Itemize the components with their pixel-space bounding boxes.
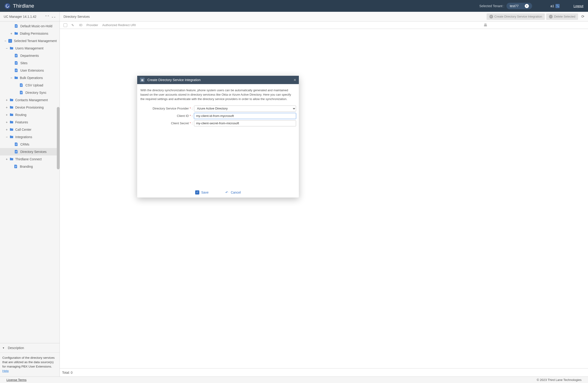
close-icon[interactable]: × [294, 78, 296, 83]
page-icon [20, 91, 23, 94]
description-text: Configuration of the directory services … [2, 356, 55, 368]
tree-toggle-icon[interactable]: − [10, 76, 13, 80]
brand-logo-icon [5, 3, 10, 9]
tree-toggle-icon[interactable]: + [5, 106, 8, 109]
nav-item-directory-sync[interactable]: Directory Sync [0, 89, 60, 96]
folder-icon [14, 32, 18, 35]
nav-label: Dialing Permissions [20, 32, 48, 35]
tree-toggle-icon[interactable]: + [5, 157, 8, 161]
client-secret-label: Client Secret [171, 122, 189, 125]
delete-button-label: Delete Selected [554, 15, 575, 18]
nav-label: Call Center [15, 128, 31, 131]
nav-label: Selected Tenant Management [14, 39, 57, 43]
col-uri[interactable]: Authorized Redirect URI [102, 23, 480, 27]
tree-toggle-icon[interactable]: + [10, 32, 13, 35]
nav-label: Features [15, 120, 28, 124]
tree-toggle-icon[interactable]: − [5, 46, 8, 50]
copyright: © 2023 Third Lane Technologies [537, 378, 582, 382]
total-bar: Total: 0 [60, 368, 588, 377]
user-wrench-icon[interactable]: 🔧 [555, 4, 560, 8]
folder-icon [10, 46, 13, 50]
nav-item-directory-services[interactable]: Directory Services [0, 148, 60, 155]
cancel-label: Cancel [231, 191, 241, 194]
nav-label: Branding [20, 165, 33, 169]
folder-icon [10, 157, 13, 161]
nav-item-user-extensions[interactable]: User Extensions [0, 67, 60, 74]
description-header[interactable]: ▾ Description [0, 343, 60, 353]
total-count: Total: 0 [62, 371, 73, 374]
brand-name: Thirdlane [13, 3, 34, 9]
nav-item-csv-upload[interactable]: CSV Upload [0, 82, 60, 89]
nav-item-departments[interactable]: Departments [0, 52, 60, 59]
nav-item-default-music-on-hold[interactable]: Default Music-on-Hold [0, 22, 60, 30]
provider-label: Directory Service Provider [153, 107, 189, 110]
nav-label: CSV Upload [25, 83, 43, 87]
page-icon [14, 165, 18, 169]
expand-all-icon[interactable]: ⌄⌄ [51, 15, 56, 18]
client-id-input[interactable] [194, 113, 296, 119]
help-link[interactable]: Help [2, 369, 9, 373]
tree-toggle-icon[interactable]: + [5, 98, 8, 102]
nav-label: Users Management [15, 46, 43, 50]
folder-icon [10, 128, 13, 131]
collapse-all-icon[interactable]: ⌃⌃ [45, 15, 49, 18]
tenant-selector[interactable]: test77 ▾ [506, 3, 532, 9]
license-link[interactable]: License Terms [6, 378, 27, 382]
cancel-button[interactable]: ↶ Cancel [225, 190, 241, 194]
create-integration-button[interactable]: + Create Directory Service Integration [487, 13, 545, 20]
chevron-down-icon: ▾ [525, 4, 529, 8]
modal-icon: ▦ [140, 78, 145, 82]
nav-item-selected-tenant-management[interactable]: −▪Selected Tenant Management [0, 37, 60, 44]
tree-toggle-icon[interactable]: − [4, 39, 7, 43]
nav-item-thirdlane-connect[interactable]: +Thirdlane Connect [0, 155, 60, 163]
nav-item-features[interactable]: +Features [0, 119, 60, 126]
description-panel: ▾ Description Configuration of the direc… [0, 343, 60, 377]
tree-toggle-icon[interactable]: + [5, 120, 8, 124]
nav-label: Device Provisioning [15, 106, 44, 109]
nav-item-crms[interactable]: CRMs [0, 141, 60, 148]
folder-icon [10, 98, 13, 102]
table-header: ✎ ID Provider Authorized Redirect URI 🖶 [60, 21, 588, 29]
nav-item-contacts-management[interactable]: +Contacts Management [0, 96, 60, 104]
sidebar: UC Manager 14.1.1.42 ⌃⌃ ⌄⌄ Default Music… [0, 12, 60, 377]
nav-item-users-management[interactable]: −Users Management [0, 44, 60, 52]
provider-select[interactable]: Azure Active Directory [194, 106, 296, 112]
modal-footer: ✓ Save ↶ Cancel [137, 187, 299, 197]
sidebar-title: UC Manager 14.1.1.42 [4, 15, 45, 19]
modal-description: With the directory synchronization featu… [140, 88, 296, 101]
nav-label: Directory Services [20, 150, 47, 154]
nav-item-branding[interactable]: Branding [0, 163, 60, 170]
nav-item-device-provisioning[interactable]: +Device Provisioning [0, 104, 60, 111]
save-button[interactable]: ✓ Save [195, 190, 209, 194]
nav-item-dialing-permissions[interactable]: +Dialing Permissions [0, 30, 60, 37]
folder-icon [10, 113, 13, 117]
nav-item-integrations[interactable]: −Integrations [0, 133, 60, 141]
undo-icon: ↶ [225, 190, 229, 194]
folder-icon [10, 135, 13, 139]
page-icon [15, 24, 19, 28]
logout-link[interactable]: Logout [573, 4, 583, 8]
save-label: Save [201, 191, 209, 194]
tree-toggle-icon[interactable]: + [5, 113, 8, 117]
nav-item-sites[interactable]: Sites [0, 59, 60, 67]
tree-toggle-icon[interactable]: + [5, 128, 8, 131]
refresh-icon[interactable]: ⟳ [581, 14, 584, 19]
footer: License Terms © 2023 Third Lane Technolo… [0, 377, 588, 383]
page-icon [15, 69, 19, 72]
nav-item-call-center[interactable]: +Call Center [0, 126, 60, 133]
create-integration-modal: ▦ Create Directory Service Integration ×… [137, 76, 299, 197]
print-icon[interactable]: 🖶 [483, 23, 487, 27]
select-all-checkbox[interactable] [63, 23, 67, 27]
delete-selected-button[interactable]: − Delete Selected [546, 13, 578, 20]
client-secret-input[interactable] [194, 120, 296, 126]
nav-item-bulk-operations[interactable]: −Bulk Operations [0, 74, 60, 82]
col-id[interactable]: ID [79, 23, 83, 27]
nav-tree: Default Music-on-Hold+Dialing Permission… [0, 21, 60, 343]
modal-title: Create Directory Service Integration [147, 78, 294, 82]
col-provider[interactable]: Provider [87, 23, 98, 27]
scrollbar[interactable] [57, 107, 60, 169]
tree-toggle-icon[interactable]: − [5, 135, 8, 139]
nav-item-routing[interactable]: +Routing [0, 111, 60, 119]
current-user: a1 [551, 4, 554, 8]
folder-icon [14, 76, 18, 80]
